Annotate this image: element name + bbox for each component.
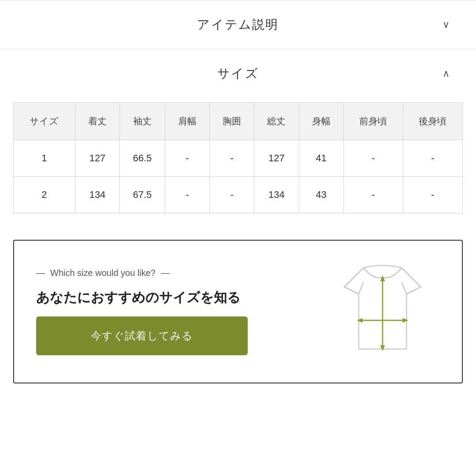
item-description-title: アイテム説明	[197, 16, 279, 33]
table-header-cell: 後身頃	[403, 103, 462, 140]
table-header-cell: 胸囲	[210, 103, 254, 140]
size-table-wrapper: サイズ着丈袖丈肩幅胸囲総丈身幅前身頃後身頃 112766.5--12741--2…	[0, 98, 476, 231]
promo-title: あなたにおすすめのサイズを知る	[36, 289, 308, 306]
table-header-cell: 着丈	[75, 103, 119, 140]
table-cell: 2	[14, 177, 75, 213]
table-header-cell: 総丈	[254, 103, 299, 140]
table-cell: 134	[254, 177, 299, 213]
table-header-cell: サイズ	[14, 103, 75, 140]
table-cell: -	[343, 140, 403, 177]
table-cell: -	[165, 177, 209, 213]
table-cell: 127	[254, 140, 299, 177]
table-header-row: サイズ着丈袖丈肩幅胸囲総丈身幅前身頃後身頃	[14, 103, 463, 140]
tshirt-illustration	[325, 258, 440, 365]
table-row: 112766.5--12741--	[14, 140, 463, 177]
table-cell: 1	[14, 140, 75, 177]
table-cell: 134	[75, 177, 119, 213]
size-chevron-up-icon: ∧	[443, 68, 450, 79]
item-description-header[interactable]: アイテム説明 ∨	[0, 0, 476, 49]
svg-marker-5	[402, 318, 408, 323]
table-cell: -	[403, 140, 462, 177]
table-header-cell: 前身頃	[343, 103, 403, 140]
promo-text-area: Which size would you like? あなたにおすすめのサイズを…	[36, 268, 308, 355]
size-table: サイズ着丈袖丈肩幅胸囲総丈身幅前身頃後身頃 112766.5--12741--2…	[13, 102, 463, 213]
table-cell: 66.5	[120, 140, 165, 177]
table-cell: -	[165, 140, 209, 177]
svg-marker-1	[380, 275, 385, 281]
item-description-chevron-down-icon: ∨	[443, 19, 450, 30]
table-cell: 67.5	[120, 177, 165, 213]
svg-marker-4	[357, 318, 363, 323]
table-header-cell: 袖丈	[120, 103, 165, 140]
table-cell: 41	[299, 140, 343, 177]
table-header-cell: 身幅	[299, 103, 343, 140]
table-cell: 43	[299, 177, 343, 213]
table-cell: -	[343, 177, 403, 213]
size-title: サイズ	[217, 65, 259, 82]
table-header-cell: 肩幅	[165, 103, 209, 140]
table-row: 213467.5--13443--	[14, 177, 463, 213]
promo-box: Which size would you like? あなたにおすすめのサイズを…	[13, 240, 463, 383]
try-on-button[interactable]: 今すぐ試着してみる	[36, 316, 248, 355]
table-cell: -	[210, 177, 254, 213]
table-cell: 127	[75, 140, 119, 177]
table-cell: -	[210, 140, 254, 177]
table-cell: -	[403, 177, 462, 213]
size-header[interactable]: サイズ ∧	[0, 49, 476, 98]
promo-subtitle: Which size would you like?	[36, 268, 308, 278]
svg-marker-2	[380, 345, 385, 351]
